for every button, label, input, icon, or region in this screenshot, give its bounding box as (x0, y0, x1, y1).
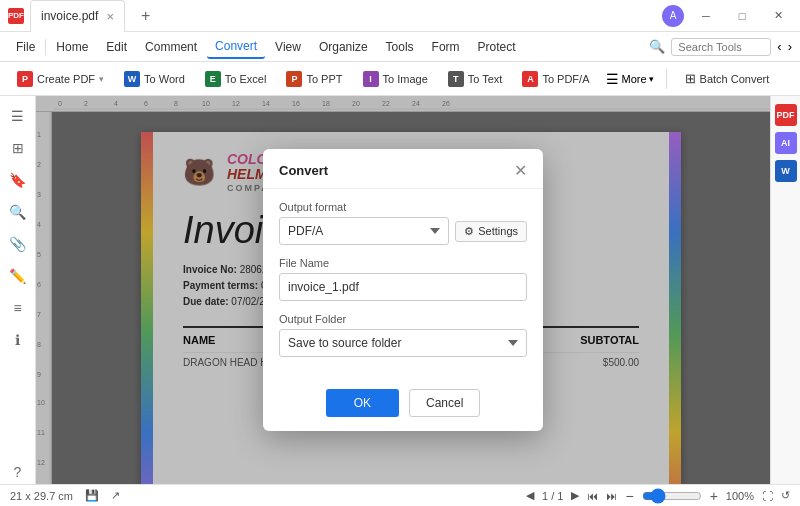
output-format-label: Output format (279, 201, 527, 213)
menu-protect[interactable]: Protect (470, 36, 524, 58)
sidebar-layers-icon[interactable]: ≡ (6, 296, 30, 320)
cursor-icon[interactable]: ↗ (111, 489, 120, 502)
modal-close-button[interactable]: ✕ (514, 161, 527, 180)
modal-body: Output format PDF/A PDF/X PDF/E PDF/UA ⚙… (263, 189, 543, 381)
zoom-level: 100% (726, 490, 754, 502)
search-area: 🔍 ‹ › (649, 38, 792, 56)
to-pdfa-icon: A (522, 71, 538, 87)
prev-page-button[interactable]: ◀ (526, 489, 534, 502)
menu-divider (45, 39, 46, 55)
output-folder-label: Output Folder (279, 313, 527, 325)
create-pdf-button[interactable]: P Create PDF ▾ (8, 66, 113, 92)
create-pdf-icon: P (17, 71, 33, 87)
left-sidebar: ☰ ⊞ 🔖 🔍 📎 ✏️ ≡ ℹ ? (0, 96, 36, 484)
minimize-button[interactable]: ─ (692, 6, 720, 26)
profile-avatar[interactable]: A (662, 5, 684, 27)
sidebar-help-icon[interactable]: ? (6, 460, 30, 484)
output-folder-section: Output Folder Save to source folder Choo… (279, 313, 527, 357)
close-tab-button[interactable]: × (106, 9, 114, 24)
page-dimensions: 21 x 29.7 cm (10, 490, 73, 502)
cancel-button[interactable]: Cancel (409, 389, 480, 417)
menu-tools[interactable]: Tools (378, 36, 422, 58)
arrow-left-icon[interactable]: ‹ (777, 39, 781, 54)
menu-form[interactable]: Form (424, 36, 468, 58)
document-tab[interactable]: invoice.pdf × (30, 0, 125, 32)
to-text-button[interactable]: T To Text (439, 66, 512, 92)
modal-overlay: Convert ✕ Output format PDF/A PDF/X PDF/… (36, 96, 770, 484)
file-name-label: File Name (279, 257, 527, 269)
arrow-right-icon[interactable]: › (788, 39, 792, 54)
output-format-row: PDF/A PDF/X PDF/E PDF/UA ⚙ Settings (279, 217, 527, 245)
sidebar-pen-icon[interactable]: ✏️ (6, 264, 30, 288)
ok-button[interactable]: OK (326, 389, 399, 417)
menu-edit[interactable]: Edit (98, 36, 135, 58)
sidebar-bookmark-icon[interactable]: 🔖 (6, 168, 30, 192)
title-bar-right: A ─ □ ✕ (662, 5, 792, 27)
document-viewer: 0 2 4 6 8 10 12 14 16 18 20 22 24 26 1 2 (36, 96, 770, 484)
menu-organize[interactable]: Organize (311, 36, 376, 58)
settings-button[interactable]: ⚙ Settings (455, 221, 527, 242)
sidebar-search-icon[interactable]: 🔍 (6, 200, 30, 224)
to-ppt-icon: P (286, 71, 302, 87)
to-excel-icon: E (205, 71, 221, 87)
next-page-button[interactable]: ▶ (571, 489, 579, 502)
batch-convert-button[interactable]: ⊞ Batch Convert (677, 67, 778, 90)
tab-label: invoice.pdf (41, 9, 98, 23)
new-tab-button[interactable]: + (131, 0, 160, 32)
rs-word-icon[interactable]: W (775, 160, 797, 182)
to-ppt-button[interactable]: P To PPT (277, 66, 351, 92)
pdf-file-icon: PDF (8, 8, 24, 24)
main-area: ☰ ⊞ 🔖 🔍 📎 ✏️ ≡ ℹ ? 0 2 4 6 8 10 12 14 16… (0, 96, 800, 484)
page-indicator: 1 / 1 (542, 490, 563, 502)
sidebar-info-icon[interactable]: ℹ (6, 328, 30, 352)
output-folder-select[interactable]: Save to source folder Choose folder... (279, 329, 527, 357)
menu-bar: File Home Edit Comment Convert View Orga… (0, 32, 800, 62)
more-arrow-icon: ▾ (649, 74, 654, 84)
menu-home[interactable]: Home (48, 36, 96, 58)
batch-icon: ⊞ (685, 71, 696, 86)
more-button[interactable]: ☰ More ▾ (600, 67, 659, 91)
gear-icon: ⚙ (464, 225, 474, 238)
zoom-out-button[interactable]: − (625, 488, 633, 504)
fit-page-button[interactable]: ⛶ (762, 490, 773, 502)
first-page-icon[interactable]: ⏮ (587, 490, 598, 502)
search-tools-input[interactable] (671, 38, 771, 56)
menu-comment[interactable]: Comment (137, 36, 205, 58)
close-window-button[interactable]: ✕ (764, 6, 792, 26)
menu-file[interactable]: File (8, 36, 43, 58)
to-image-button[interactable]: I To Image (354, 66, 437, 92)
sidebar-thumbnail-icon[interactable]: ⊞ (6, 136, 30, 160)
save-icon[interactable]: 💾 (85, 489, 99, 502)
zoom-slider[interactable] (642, 488, 702, 504)
menu-view[interactable]: View (267, 36, 309, 58)
search-icon: 🔍 (649, 39, 665, 54)
rs-convert-icon[interactable]: PDF (775, 104, 797, 126)
modal-footer: OK Cancel (263, 381, 543, 431)
status-bar: 21 x 29.7 cm 💾 ↗ ◀ 1 / 1 ▶ ⏮ ⏭ − + 100% … (0, 484, 800, 506)
rotate-button[interactable]: ↺ (781, 489, 790, 502)
output-format-section: Output format PDF/A PDF/X PDF/E PDF/UA ⚙… (279, 201, 527, 245)
menu-convert[interactable]: Convert (207, 35, 265, 59)
right-sidebar: PDF AI W (770, 96, 800, 484)
toolbar: P Create PDF ▾ W To Word E To Excel P To… (0, 62, 800, 96)
last-page-icon[interactable]: ⏭ (606, 490, 617, 502)
title-bar: PDF invoice.pdf × + A ─ □ ✕ (0, 0, 800, 32)
toolbar-divider (666, 69, 667, 89)
to-excel-button[interactable]: E To Excel (196, 66, 276, 92)
to-image-icon: I (363, 71, 379, 87)
sidebar-paperclip-icon[interactable]: 📎 (6, 232, 30, 256)
zoom-in-button[interactable]: + (710, 488, 718, 504)
file-name-input[interactable] (279, 273, 527, 301)
sidebar-menu-icon[interactable]: ☰ (6, 104, 30, 128)
rs-ai-icon[interactable]: AI (775, 132, 797, 154)
status-bar-right: ◀ 1 / 1 ▶ ⏮ ⏭ − + 100% ⛶ ↺ (526, 488, 790, 504)
output-format-select[interactable]: PDF/A PDF/X PDF/E PDF/UA (279, 217, 449, 245)
to-word-button[interactable]: W To Word (115, 66, 194, 92)
to-word-icon: W (124, 71, 140, 87)
create-pdf-arrow: ▾ (99, 74, 104, 84)
modal-title: Convert (279, 163, 328, 178)
to-text-icon: T (448, 71, 464, 87)
more-icon: ☰ (606, 71, 619, 87)
to-pdfa-button[interactable]: A To PDF/A (513, 66, 598, 92)
maximize-button[interactable]: □ (728, 6, 756, 26)
